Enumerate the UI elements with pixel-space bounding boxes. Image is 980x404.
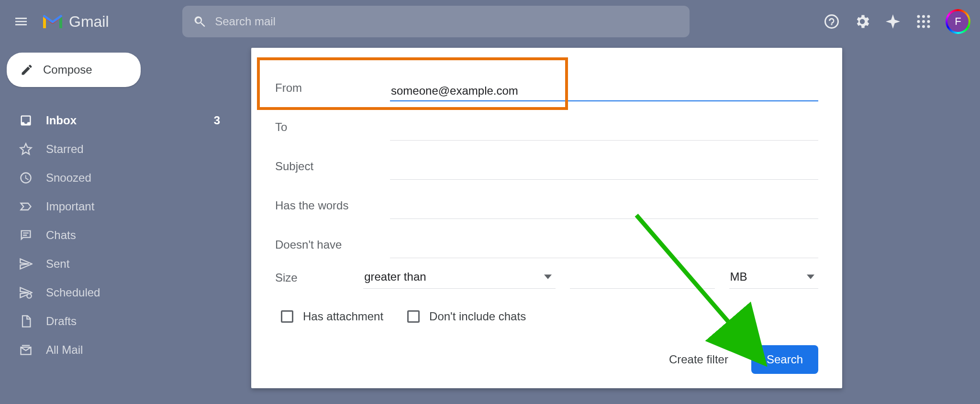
- sidebar-item-snoozed[interactable]: Snoozed: [5, 164, 234, 192]
- size-unit-value: MB: [730, 270, 747, 284]
- hamburger-icon: [13, 14, 29, 29]
- header-actions: F: [823, 9, 970, 34]
- sidebar-item-label: Sent: [46, 257, 69, 271]
- doesnt-have-input[interactable]: [390, 239, 818, 258]
- search-button[interactable]: Search: [751, 345, 818, 374]
- sidebar-item-important[interactable]: Important: [5, 192, 234, 221]
- from-label: From: [275, 81, 390, 101]
- has-attachment-checkbox[interactable]: Has attachment: [281, 310, 383, 323]
- doesnt-have-label: Doesn't have: [275, 238, 390, 258]
- sidebar-item-label: Drafts: [46, 315, 77, 328]
- important-icon: [19, 200, 33, 213]
- star-icon: [19, 142, 33, 156]
- subject-label: Subject: [275, 160, 390, 180]
- dont-include-chats-label: Don't include chats: [429, 310, 526, 323]
- allmail-icon: [19, 343, 33, 357]
- sidebar-item-allmail[interactable]: All Mail: [5, 336, 234, 364]
- sidebar-item-label: Important: [46, 200, 94, 213]
- search-filter-panel: From To Subject Has the words Doesn't ha…: [251, 48, 842, 388]
- svg-point-8: [927, 25, 930, 28]
- has-words-label: Has the words: [275, 199, 390, 219]
- sidebar-item-label: Snoozed: [46, 171, 91, 185]
- gmail-logo[interactable]: Gmail: [41, 13, 109, 31]
- scheduled-icon: [19, 286, 33, 299]
- inbox-icon: [19, 114, 33, 127]
- to-label: To: [275, 120, 390, 141]
- dont-include-chats-checkbox[interactable]: Don't include chats: [407, 310, 526, 323]
- sidebar-item-label: Inbox: [46, 114, 77, 127]
- apps-icon[interactable]: [915, 13, 932, 30]
- search-input[interactable]: [215, 15, 679, 28]
- pencil-icon: [20, 63, 33, 76]
- has-attachment-label: Has attachment: [303, 310, 383, 323]
- size-value-input[interactable]: [570, 267, 715, 289]
- svg-point-2: [927, 15, 930, 18]
- sidebar-item-label: Scheduled: [46, 286, 100, 299]
- main-menu-button[interactable]: [10, 10, 33, 33]
- svg-point-3: [917, 20, 920, 23]
- size-label: Size: [275, 271, 363, 284]
- checkbox-icon: [407, 310, 420, 323]
- svg-point-7: [922, 25, 925, 28]
- search-icon: [193, 14, 207, 29]
- sent-icon: [19, 257, 33, 271]
- size-operator-select[interactable]: greater than: [363, 267, 555, 289]
- sidebar-item-label: All Mail: [46, 343, 83, 357]
- caret-down-icon: [807, 273, 814, 281]
- sidebar-item-drafts[interactable]: Drafts: [5, 307, 234, 336]
- subject-input[interactable]: [390, 160, 818, 180]
- avatar: F: [947, 11, 969, 32]
- sidebar-item-inbox[interactable]: Inbox 3: [5, 106, 234, 135]
- draft-icon: [19, 315, 33, 328]
- caret-down-icon: [544, 273, 552, 281]
- size-unit-select[interactable]: MB: [729, 267, 818, 289]
- sidebar-item-label: Chats: [46, 229, 76, 242]
- from-input[interactable]: [390, 81, 818, 101]
- svg-point-0: [917, 15, 920, 18]
- inbox-badge: 3: [214, 114, 220, 127]
- gmail-m-icon: [41, 13, 64, 30]
- sidebar-item-scheduled[interactable]: Scheduled: [5, 278, 234, 307]
- sidebar: Compose Inbox 3 Starred Snoozed Importan…: [0, 53, 239, 364]
- sidebar-item-chats[interactable]: Chats: [5, 221, 234, 250]
- sidebar-item-sent[interactable]: Sent: [5, 250, 234, 278]
- svg-point-5: [927, 20, 930, 23]
- sparkle-icon[interactable]: [884, 13, 902, 30]
- to-input[interactable]: [390, 121, 818, 141]
- create-filter-button[interactable]: Create filter: [665, 347, 732, 372]
- svg-point-6: [917, 25, 920, 28]
- sidebar-item-label: Starred: [46, 142, 84, 156]
- app-name: Gmail: [69, 13, 109, 31]
- search-bar[interactable]: [182, 6, 690, 37]
- account-button[interactable]: F: [946, 9, 970, 34]
- svg-point-1: [922, 15, 925, 18]
- has-words-input[interactable]: [390, 199, 818, 219]
- svg-point-4: [922, 20, 925, 23]
- app-header: Gmail F: [0, 0, 980, 43]
- svg-point-9: [27, 294, 31, 298]
- size-operator-value: greater than: [364, 270, 426, 284]
- checkbox-icon: [281, 310, 293, 323]
- clock-icon: [19, 171, 33, 185]
- chat-icon: [19, 229, 33, 242]
- settings-icon[interactable]: [854, 13, 871, 30]
- help-icon[interactable]: [823, 13, 840, 30]
- sidebar-item-starred[interactable]: Starred: [5, 135, 234, 164]
- compose-label: Compose: [43, 63, 92, 76]
- compose-button[interactable]: Compose: [7, 53, 141, 87]
